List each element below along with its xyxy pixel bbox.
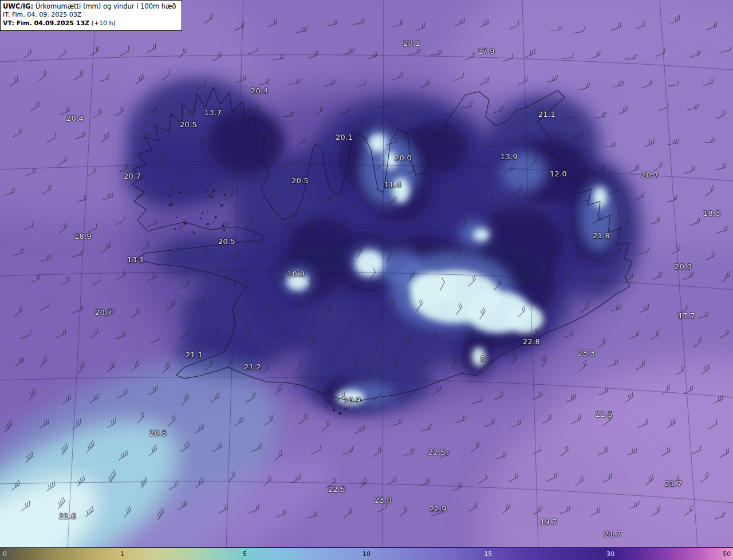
skerry-dot bbox=[215, 216, 217, 218]
valid-time-line: VT: Fim. 04.09.2025 13Z (+10 h) bbox=[3, 19, 176, 28]
colorbar-tick-label: 0 bbox=[3, 550, 7, 557]
precip-blob bbox=[473, 228, 489, 241]
colorbar-tick-label: 30 bbox=[606, 550, 614, 557]
skerry-dot bbox=[169, 195, 171, 198]
precip-blob bbox=[501, 151, 547, 192]
skerry-dot bbox=[171, 191, 172, 192]
weather-map-canvas bbox=[0, 0, 733, 547]
precip-blob bbox=[472, 347, 486, 366]
colorbar-tick-label: 5 bbox=[243, 550, 247, 557]
skerry-dot bbox=[207, 211, 208, 212]
skerry-dot bbox=[176, 216, 177, 218]
skerry-dot bbox=[207, 223, 209, 226]
colorbar-tick-label: 1 bbox=[120, 550, 124, 557]
skerry-dot bbox=[194, 232, 195, 234]
island-dot bbox=[345, 408, 347, 410]
precip-blob bbox=[593, 187, 607, 208]
init-time: IT: Fim. 04. 09. 2025 03Z bbox=[3, 11, 176, 19]
skerry-dot bbox=[192, 231, 193, 232]
precip-blob bbox=[207, 109, 285, 175]
skerry-dot bbox=[211, 196, 214, 198]
precip-blob bbox=[384, 151, 397, 169]
map-title-line: UWC/IG: Úrkomumætti (mm) og vindur í 100… bbox=[3, 2, 176, 11]
valid-offset: (+10 h) bbox=[92, 19, 116, 27]
colorbar-tick-label: 15 bbox=[484, 550, 492, 557]
skerry-dot bbox=[223, 229, 225, 231]
skerry-dot bbox=[180, 192, 182, 194]
skerry-dot bbox=[174, 228, 176, 230]
skerry-dot bbox=[204, 191, 206, 193]
precip-colorbar: 01510153050 bbox=[0, 547, 733, 560]
precip-blob bbox=[369, 134, 387, 152]
map-info-box: UWC/IG: Úrkomumætti (mm) og vindur í 100… bbox=[0, 0, 182, 31]
island-dot bbox=[333, 409, 335, 411]
precip-blob bbox=[287, 273, 309, 290]
precip-blob bbox=[392, 178, 409, 203]
skerry-dot bbox=[224, 194, 226, 196]
valid-time: VT: Fim. 04.09.2025 13Z bbox=[3, 19, 89, 27]
skerry-dot bbox=[220, 204, 223, 207]
skerry-dot bbox=[169, 204, 171, 206]
skerry-dot bbox=[214, 221, 215, 222]
colorbar-tick-label: 50 bbox=[723, 550, 731, 557]
skerry-dot bbox=[222, 239, 223, 240]
model-id: UWC/IG: bbox=[3, 2, 33, 10]
island-dot bbox=[338, 412, 341, 415]
colorbar-tick-label: 10 bbox=[362, 550, 371, 557]
weather-map-screen: 20.117.920.413.720.420.521.120.120.013.9… bbox=[0, 0, 733, 560]
skerry-dot bbox=[180, 225, 182, 226]
precip-blob bbox=[336, 390, 365, 405]
skerry-dot bbox=[206, 190, 208, 192]
skerry-dot bbox=[200, 218, 202, 219]
skerry-dot bbox=[201, 212, 203, 214]
precip-blob bbox=[409, 272, 458, 304]
map-title: Úrkomumætti (mm) og vindur í 100m hæð bbox=[36, 2, 176, 10]
island-dot bbox=[326, 407, 328, 409]
